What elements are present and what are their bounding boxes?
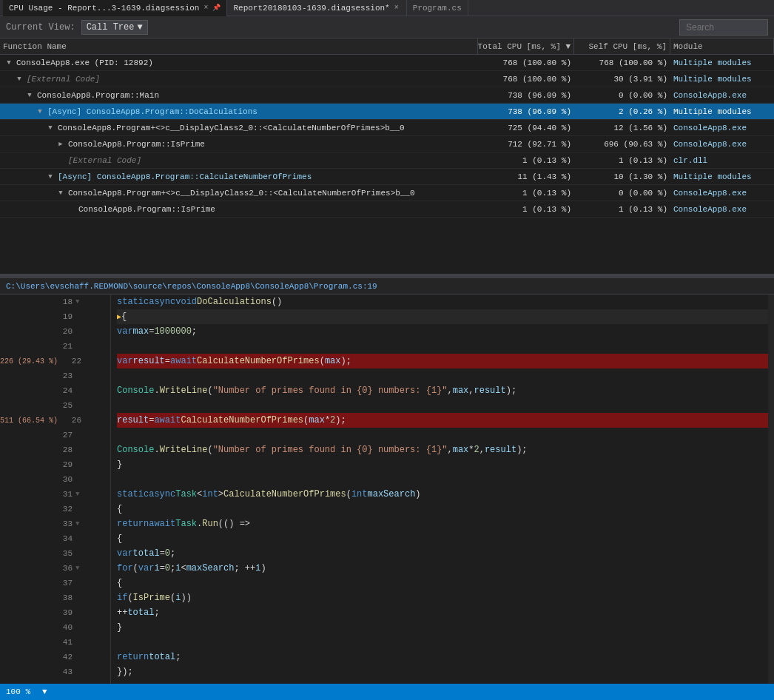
line-number: 40	[55, 623, 73, 632]
line-number: 19	[55, 312, 73, 321]
code-token: "Number of primes found in {0} numbers: …	[213, 445, 448, 455]
code-token: {	[117, 578, 122, 588]
code-line	[117, 339, 768, 354]
cell-self-cpu: 10 (1.30 %)	[574, 169, 670, 184]
tab-program[interactable]: Program.cs	[407, 0, 468, 16]
expand-icon[interactable]: ▼	[56, 189, 65, 198]
table-row[interactable]: [External Code]1 (0.13 %)1 (0.13 %)clr.d…	[0, 152, 774, 169]
title-bar: CPU Usage - Report...3-1639.diagsession …	[0, 0, 774, 16]
expand-icon[interactable]: ▼	[46, 172, 55, 181]
toolbar: Current View: Call Tree ▼	[0, 16, 774, 38]
fold-button[interactable]: ▼	[75, 520, 83, 528]
code-token: int	[351, 489, 368, 499]
cell-self-cpu: 0 (0.00 %)	[574, 87, 670, 103]
code-token: max	[453, 445, 469, 455]
line-number: 28	[55, 445, 73, 454]
code-token: {	[117, 504, 122, 514]
code-token: await	[154, 415, 181, 425]
table-row[interactable]: ▼ConsoleApp8.Program+<>c__DisplayClass2_…	[0, 120, 774, 136]
code-token: ++	[117, 608, 127, 618]
tab-diag1[interactable]: CPU Usage - Report...3-1639.diagsession …	[3, 0, 227, 16]
code-token: result	[485, 445, 516, 455]
code-token: 2	[330, 415, 335, 425]
cell-total-cpu: 768 (100.00 %)	[478, 55, 574, 70]
th-self-cpu[interactable]: Self CPU [ms, %]	[574, 38, 670, 54]
code-token: total	[133, 548, 160, 559]
cell-module: Multiple modules	[670, 55, 774, 70]
code-token: Console	[117, 386, 154, 396]
cell-module: Multiple modules	[670, 169, 774, 184]
gutter-row: 25	[0, 398, 110, 413]
gutter-row: 30	[0, 472, 110, 487]
cell-total-cpu: 738 (96.09 %)	[478, 87, 574, 103]
table-header: Function Name Total CPU [ms, %] ▼ Self C…	[0, 38, 774, 55]
function-name: ConsoleApp8.Program+<>c__DisplayClass2_0…	[68, 189, 415, 198]
table-body: ▼ConsoleApp8.exe (PID: 12892)768 (100.00…	[0, 55, 774, 274]
th-total-cpu[interactable]: Total CPU [ms, %] ▼	[478, 38, 574, 54]
code-token: (	[303, 415, 309, 425]
expand-icon[interactable]: ▼	[4, 58, 13, 67]
function-name: ConsoleApp8.Program+<>c__DisplayClass2_0…	[58, 124, 405, 132]
code-token: i	[255, 563, 260, 573]
cell-total-cpu: 768 (100.00 %)	[478, 71, 574, 87]
line-number: 29	[55, 460, 73, 469]
code-line: var result = await CalculateNumberOfPrim…	[117, 354, 768, 368]
code-token: );	[506, 386, 516, 396]
table-row[interactable]: ▼[Async] ConsoleApp8.Program::CalculateN…	[0, 169, 774, 185]
code-token: Task	[175, 519, 197, 529]
code-token: total	[149, 652, 175, 662]
code-token: var	[117, 326, 133, 337]
search-input[interactable]	[679, 19, 768, 36]
code-token: )	[260, 563, 266, 573]
code-line: result = await CalculateNumberOfPrimes(m…	[117, 413, 768, 428]
expand-icon[interactable]: ▼	[25, 91, 34, 100]
view-dropdown[interactable]: Call Tree ▼	[81, 20, 148, 35]
function-name: ConsoleApp8.exe (PID: 12892)	[16, 58, 153, 67]
gutter-row: 18▼	[0, 295, 110, 309]
cell-total-cpu: 1 (0.13 %)	[478, 185, 574, 201]
code-line	[117, 635, 768, 650]
expand-icon[interactable]: ▼	[46, 124, 55, 132]
table-row[interactable]: ▶ConsoleApp8.Program::IsPrime712 (92.71 …	[0, 136, 774, 152]
table-row[interactable]: ▼ConsoleApp8.Program::Main738 (96.09 %)0…	[0, 87, 774, 104]
code-line: ++total;	[117, 605, 768, 620]
code-token: max	[453, 386, 469, 396]
code-line: Console.WriteLine("Number of primes foun…	[117, 383, 768, 398]
th-module[interactable]: Module	[670, 38, 774, 54]
function-name: [External Code]	[27, 75, 100, 84]
code-token: (	[207, 386, 212, 396]
table-row[interactable]: ▼ConsoleApp8.exe (PID: 12892)768 (100.00…	[0, 55, 774, 71]
tab-diag2-close[interactable]: ×	[393, 4, 400, 12]
tab-diag2[interactable]: Report20180103-1639.diagsession* ×	[227, 0, 406, 16]
status-scroll[interactable]: ▼	[42, 687, 47, 696]
vertical-scrollbar[interactable]	[768, 295, 774, 700]
gutter-row: 19	[0, 309, 110, 324]
table-row[interactable]: ConsoleApp8.Program::IsPrime1 (0.13 %)1 …	[0, 201, 774, 218]
line-number: 41	[55, 638, 73, 647]
gutter-row: 41	[0, 635, 110, 650]
fold-button[interactable]: ▼	[75, 565, 83, 572]
gutter-row: 36▼	[0, 561, 110, 576]
code-token: maxSearch	[368, 489, 416, 499]
code-token: ,	[479, 445, 485, 455]
tab-diag1-close[interactable]: ×	[202, 4, 209, 12]
code-line	[117, 368, 768, 383]
table-row[interactable]: ▼[Async] ConsoleApp8.Program::DoCalculat…	[0, 104, 774, 120]
table-row[interactable]: ▼ConsoleApp8.Program+<>c__DisplayClass2_…	[0, 185, 774, 201]
fold-button[interactable]: ▼	[75, 298, 83, 306]
code-line: static async void DoCalculations()	[117, 295, 768, 309]
table-row[interactable]: ▼[External Code]768 (100.00 %)30 (3.91 %…	[0, 71, 774, 87]
expand-icon[interactable]: ▼	[36, 107, 44, 116]
code-token: ,	[448, 445, 453, 455]
fold-button[interactable]: ▼	[75, 491, 83, 498]
code-token: ))	[181, 593, 191, 603]
gutter-row: 32	[0, 502, 110, 516]
expand-icon[interactable]: ▼	[15, 75, 24, 84]
function-name: ConsoleApp8.Program::Main	[37, 91, 159, 100]
expand-icon[interactable]: ▶	[56, 140, 65, 149]
cell-self-cpu: 2 (0.26 %)	[574, 104, 670, 119]
tab-diag1-pin[interactable]: 📌	[212, 4, 221, 12]
code-token: 1000000	[154, 326, 191, 337]
code-content[interactable]: static async void DoCalculations()▶ { va…	[111, 295, 768, 700]
th-function-name[interactable]: Function Name	[0, 38, 478, 54]
